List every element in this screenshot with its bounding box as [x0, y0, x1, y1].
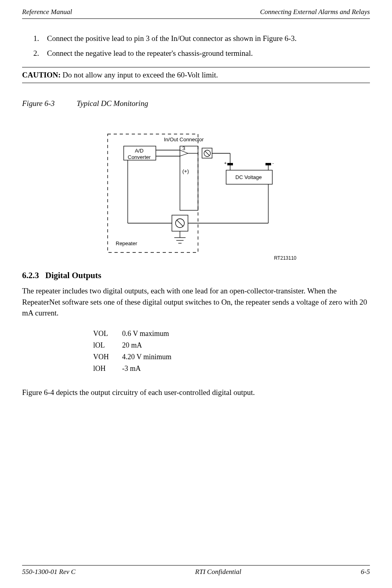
list-item: 2. Connect the negative lead to the repe…: [33, 48, 370, 59]
spec-table: VOL0.6 V maximum lOL20 mA VOH4.20 V mini…: [92, 328, 172, 375]
page-footer: 550-1300-01 Rev C RTI Confidential 6-5: [22, 565, 370, 576]
figure-caption: Figure 6-3 Typical DC Monitoring: [22, 99, 370, 108]
dc-voltage-label: DC Voltage: [235, 174, 262, 180]
svg-rect-8: [227, 163, 233, 165]
body-paragraph: The repeater includes two digital output…: [22, 285, 370, 319]
footer-right: 6-5: [361, 568, 370, 576]
spec-label: lOL: [93, 340, 121, 351]
svg-line-16: [180, 153, 188, 156]
spec-value: 20 mA: [122, 340, 172, 351]
section-heading: 6.2.3 Digital Outputs: [22, 271, 370, 281]
minus-label: -: [272, 161, 274, 165]
table-row: lOL20 mA: [93, 340, 172, 351]
figure-number: Figure 6-3: [22, 99, 55, 108]
step-text: Connect the positive lead to pin 3 of th…: [47, 33, 297, 45]
spec-value: 0.6 V maximum: [122, 328, 172, 339]
section-title: Digital Outputs: [45, 271, 101, 280]
spec-value: 4.20 V minimum: [122, 352, 172, 362]
caution-box: CAUTION: Do not allow any input to excee…: [22, 67, 370, 83]
steps-list: 1. Connect the positive lead to pin 3 of…: [33, 33, 370, 59]
spec-label: VOH: [93, 352, 121, 362]
footer-left: 550-1300-01 Rev C: [22, 568, 76, 576]
header-right: Connecting External Alarms and Relays: [260, 8, 370, 16]
spec-label: lOH: [93, 363, 121, 374]
plus-label: +: [224, 161, 227, 165]
step-text: Connect the negative lead to the repeate…: [47, 48, 253, 59]
closing-paragraph: Figure 6-4 depicts the output circuitry …: [22, 387, 370, 398]
pin-label: 3: [182, 145, 185, 151]
svg-line-22: [177, 220, 183, 226]
header-left: Reference Manual: [22, 8, 72, 16]
converter-label: A/D Converter: [128, 148, 151, 160]
section-number: 6.2.3: [22, 271, 39, 280]
page-header: Reference Manual Connecting External Ala…: [22, 8, 370, 19]
figure-diagram: In/Out Connector A/D Converter 3 (+) + -…: [104, 130, 288, 258]
step-number: 2.: [33, 48, 47, 59]
repeater-label: Repeater: [116, 240, 137, 246]
table-row: VOH4.20 V minimum: [93, 352, 172, 362]
svg-line-5: [205, 151, 210, 156]
list-item: 1. Connect the positive lead to pin 3 of…: [33, 33, 370, 45]
polarity-label: (+): [182, 168, 189, 174]
figure-id: RT213110: [274, 255, 296, 261]
spec-label: VOL: [93, 328, 121, 339]
table-row: VOL0.6 V maximum: [93, 328, 172, 339]
caution-text: Do not allow any input to exceed the 60-…: [61, 71, 218, 79]
svg-rect-10: [265, 163, 271, 165]
caution-label: CAUTION:: [22, 71, 61, 79]
table-row: lOH-3 mA: [93, 363, 172, 374]
step-number: 1.: [33, 33, 47, 45]
footer-center: RTI Confidential: [195, 568, 241, 576]
svg-rect-2: [180, 146, 198, 210]
figure-title: Typical DC Monitoring: [77, 99, 148, 108]
spec-value: -3 mA: [122, 363, 172, 374]
connector-label: In/Out Connector: [164, 136, 204, 142]
